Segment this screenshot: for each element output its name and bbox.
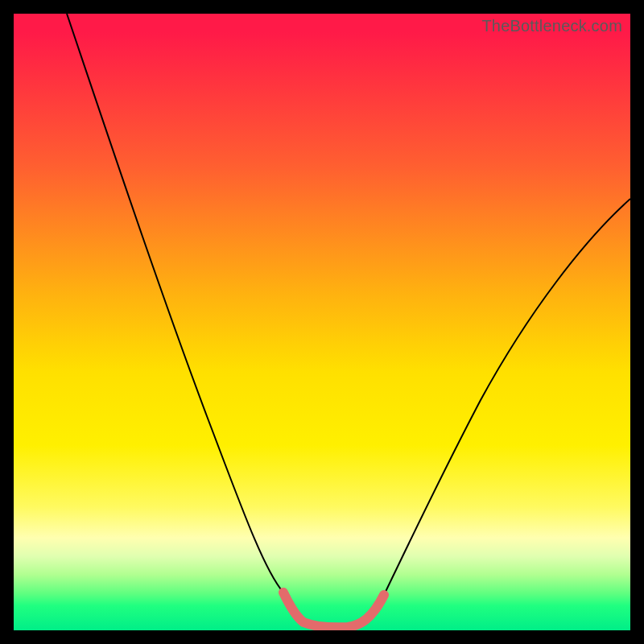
chart-plot-area: TheBottleneck.com: [14, 14, 630, 630]
trough-highlight-path: [283, 592, 384, 627]
chart-svg: [14, 14, 630, 630]
v-curve-path: [67, 14, 630, 627]
